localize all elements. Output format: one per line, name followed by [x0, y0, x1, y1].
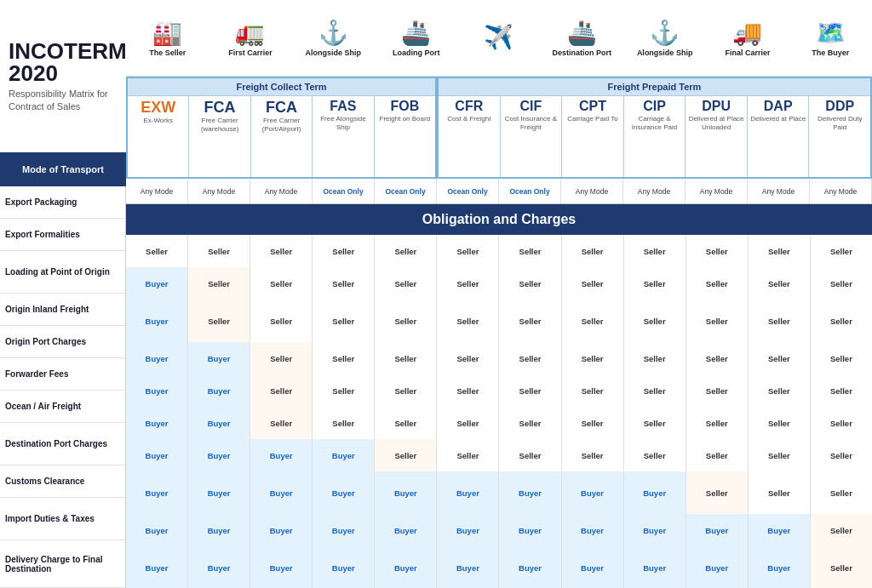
table-cell: Seller — [811, 439, 872, 471]
table-row: BuyerBuyerBuyerBuyerBuyerBuyerBuyerBuyer… — [126, 546, 872, 588]
term-full: Ex-Works — [143, 117, 173, 125]
table-cell: Seller — [562, 407, 624, 439]
table-cell: Buyer — [188, 471, 250, 514]
table-cell: Buyer — [126, 267, 188, 300]
table-cell: Buyer — [686, 546, 749, 588]
term-abbr: FAS — [330, 100, 356, 113]
row-label: Ocean / Air Freight — [0, 391, 126, 423]
table-cell: Seller — [499, 300, 561, 342]
table-cell: Seller — [811, 374, 872, 407]
row-label: Destination Port Charges — [0, 423, 126, 465]
row-labels-container: Export PackagingExport FormalitiesLoadin… — [0, 186, 126, 588]
table-cell: Seller — [686, 374, 749, 407]
term-cell: DAP Delivered at Place — [748, 96, 810, 177]
icon-label: The Buyer — [812, 49, 849, 57]
table-cell: Buyer — [562, 546, 624, 588]
icon-emoji: 🏭 — [152, 19, 182, 47]
table-cell: Seller — [811, 514, 872, 546]
table-cell: Buyer — [250, 439, 313, 471]
table-cell: Buyer — [624, 514, 686, 546]
table-cell: Buyer — [250, 514, 313, 546]
row-label: Delivery Charge to Final Destination — [0, 540, 126, 588]
table-cell: Seller — [749, 342, 811, 374]
icon-cell: ✈️ — [457, 0, 540, 76]
icon-label: Loading Port — [393, 49, 440, 57]
table-cell: Seller — [749, 235, 811, 267]
freight-prepaid-title: Freight Prepaid Term — [439, 78, 870, 96]
mode-cell: Any Mode — [126, 179, 188, 203]
incoterm-subtitle: Responsibility Matrix for Contract of Sa… — [9, 88, 118, 112]
table-cell: Seller — [437, 300, 499, 342]
term-full: Carriage & Insurance Paid — [626, 115, 684, 131]
term-full: Delivered Duty Paid — [811, 115, 869, 131]
mode-row: Any ModeAny ModeAny ModeOcean OnlyOcean … — [126, 179, 872, 204]
table-cell: Buyer — [624, 471, 686, 514]
icon-emoji: ⚓ — [650, 19, 680, 47]
table-cell: Seller — [375, 374, 437, 407]
term-abbr: DPU — [702, 100, 731, 113]
table-cell: Seller — [749, 439, 811, 471]
table-cell: Seller — [313, 235, 375, 267]
table-cell: Buyer — [375, 514, 437, 546]
table-cell: Seller — [624, 267, 686, 300]
table-cell: Buyer — [624, 546, 686, 588]
freight-collect-title: Freight Collect Term — [128, 78, 435, 96]
table-cell: Buyer — [562, 514, 624, 546]
table-cell: Seller — [562, 267, 624, 300]
table-cell: Seller — [313, 407, 375, 439]
term-abbr: CIP — [643, 100, 666, 113]
table-cell: Buyer — [250, 546, 313, 588]
icon-emoji: 🚢 — [567, 19, 597, 47]
icon-emoji: ⚓ — [318, 19, 348, 47]
term-abbr: DDP — [825, 100, 854, 113]
table-cell: Seller — [811, 235, 872, 267]
table-cell: Seller — [811, 546, 872, 588]
table-cell: Buyer — [375, 546, 437, 588]
obligation-header: Obligation and Charges — [126, 204, 872, 235]
table-cell: Buyer — [437, 546, 499, 588]
table-cell: Buyer — [313, 439, 375, 471]
row-label: Forwarder Fees — [0, 358, 126, 391]
table-cell: Seller — [126, 235, 188, 267]
term-full: Delivered at Place — [750, 115, 806, 123]
table-cell: Buyer — [686, 514, 749, 546]
table-cell: Seller — [686, 267, 749, 300]
table-cell: Buyer — [126, 342, 188, 374]
icon-cell: ⚓Alongside Ship — [623, 0, 706, 76]
table-cell: Seller — [749, 300, 811, 342]
term-abbr: EXW — [141, 100, 175, 115]
table-cell: Seller — [313, 300, 375, 342]
table-cell: Buyer — [313, 514, 375, 546]
icon-emoji: ✈️ — [484, 23, 513, 51]
term-full: Free Carrier (Port/Airport) — [253, 117, 310, 133]
icon-emoji: 🚢 — [401, 19, 431, 47]
icon-emoji: 🚛 — [235, 19, 265, 47]
mode-cell: Any Mode — [748, 179, 810, 203]
table-cell: Buyer — [250, 471, 313, 514]
term-cell: DDP Delivered Duty Paid — [809, 96, 870, 177]
icon-label: First Carrier — [228, 49, 272, 57]
table-cell: Seller — [250, 235, 313, 267]
table-cell: Seller — [749, 407, 811, 439]
term-cell: CPT Carriage Paid To — [562, 96, 624, 177]
icon-label: Alongside Ship — [637, 49, 693, 57]
table-cell: Buyer — [437, 514, 499, 546]
table-cell: Seller — [749, 267, 811, 300]
table-cell: Buyer — [126, 374, 188, 407]
row-label: Import Duties & Taxes — [0, 498, 126, 540]
table-row: BuyerSellerSellerSellerSellerSellerSelle… — [126, 267, 872, 300]
table-cell: Seller — [562, 374, 624, 407]
term-abbr: FOB — [390, 100, 419, 113]
table-cell: Seller — [313, 374, 375, 407]
icon-label: Alongside Ship — [306, 49, 362, 57]
table-cell: Seller — [624, 342, 686, 374]
table-cell: Seller — [749, 374, 811, 407]
table-cell: Buyer — [437, 471, 499, 514]
term-cell: DPU Delivered at Place Unloaded — [686, 96, 748, 177]
table-cell: Seller — [375, 407, 437, 439]
row-label: Loading at Point of Origin — [0, 251, 126, 294]
icon-cell: 🚚Final Carrier — [706, 0, 789, 76]
table-cell: Buyer — [313, 471, 375, 514]
table-cell: Seller — [562, 342, 624, 374]
table-cell: Seller — [375, 439, 437, 471]
